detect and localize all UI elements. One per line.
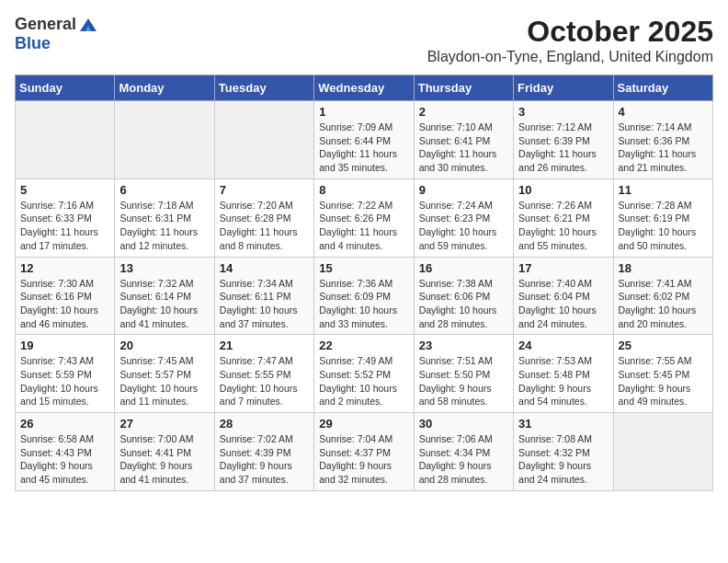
calendar-cell: 23Sunrise: 7:51 AM Sunset: 5:50 PM Dayli… <box>414 335 513 413</box>
calendar-cell: 10Sunrise: 7:26 AM Sunset: 6:21 PM Dayli… <box>514 178 613 257</box>
day-info: Sunrise: 7:22 AM Sunset: 6:26 PM Dayligh… <box>319 199 408 253</box>
day-number: 24 <box>518 339 608 352</box>
day-number: 20 <box>119 339 209 352</box>
calendar-cell: 30Sunrise: 7:06 AM Sunset: 4:34 PM Dayli… <box>414 413 513 491</box>
weekday-header-sunday: Sunday <box>16 75 115 101</box>
day-info: Sunrise: 7:04 AM Sunset: 4:37 PM Dayligh… <box>319 432 408 487</box>
calendar-cell: 15Sunrise: 7:36 AM Sunset: 6:09 PM Dayli… <box>314 257 414 335</box>
calendar-cell: 25Sunrise: 7:55 AM Sunset: 5:45 PM Dayli… <box>613 335 712 413</box>
calendar-cell: 24Sunrise: 7:53 AM Sunset: 5:48 PM Dayli… <box>514 335 613 413</box>
calendar-cell: 18Sunrise: 7:41 AM Sunset: 6:02 PM Dayli… <box>613 257 712 335</box>
calendar-cell: 12Sunrise: 7:30 AM Sunset: 6:16 PM Dayli… <box>16 257 115 335</box>
day-number: 6 <box>119 183 209 197</box>
day-info: Sunrise: 7:08 AM Sunset: 4:32 PM Dayligh… <box>518 432 608 487</box>
weekday-header-saturday: Saturday <box>613 75 712 101</box>
calendar-cell: 22Sunrise: 7:49 AM Sunset: 5:52 PM Dayli… <box>314 335 414 413</box>
day-number: 7 <box>220 183 309 197</box>
day-number: 26 <box>20 417 109 431</box>
calendar-cell: 6Sunrise: 7:18 AM Sunset: 6:31 PM Daylig… <box>115 178 214 257</box>
calendar-cell: 3Sunrise: 7:12 AM Sunset: 6:39 PM Daylig… <box>514 101 613 179</box>
calendar-cell: 31Sunrise: 7:08 AM Sunset: 4:32 PM Dayli… <box>514 413 613 491</box>
weekday-header-monday: Monday <box>115 75 214 101</box>
day-info: Sunrise: 7:10 AM Sunset: 6:41 PM Dayligh… <box>419 121 508 175</box>
page-header: General Blue October 2025 Blaydon-on-Tyn… <box>15 15 713 65</box>
calendar-cell: 26Sunrise: 6:58 AM Sunset: 4:43 PM Dayli… <box>16 413 115 491</box>
day-info: Sunrise: 7:24 AM Sunset: 6:23 PM Dayligh… <box>419 199 508 253</box>
day-number: 9 <box>419 183 508 197</box>
day-info: Sunrise: 7:28 AM Sunset: 6:19 PM Dayligh… <box>619 199 708 253</box>
day-info: Sunrise: 7:45 AM Sunset: 5:57 PM Dayligh… <box>119 354 209 408</box>
day-info: Sunrise: 7:43 AM Sunset: 5:59 PM Dayligh… <box>20 354 109 408</box>
day-number: 3 <box>518 105 608 119</box>
calendar-cell: 19Sunrise: 7:43 AM Sunset: 5:59 PM Dayli… <box>16 335 115 413</box>
day-info: Sunrise: 7:34 AM Sunset: 6:11 PM Dayligh… <box>220 277 309 331</box>
logo-icon <box>78 17 98 33</box>
day-number: 29 <box>319 417 408 431</box>
calendar-cell <box>613 413 712 491</box>
day-info: Sunrise: 6:58 AM Sunset: 4:43 PM Dayligh… <box>20 432 109 487</box>
day-number: 17 <box>518 261 608 275</box>
day-info: Sunrise: 7:51 AM Sunset: 5:50 PM Dayligh… <box>419 354 508 408</box>
calendar-cell: 8Sunrise: 7:22 AM Sunset: 6:26 PM Daylig… <box>314 178 414 257</box>
weekday-header-wednesday: Wednesday <box>314 75 414 101</box>
month-title: October 2025 <box>427 15 713 49</box>
day-number: 18 <box>619 261 708 275</box>
calendar-cell <box>115 101 214 179</box>
day-info: Sunrise: 7:53 AM Sunset: 5:48 PM Dayligh… <box>518 354 608 408</box>
day-info: Sunrise: 7:12 AM Sunset: 6:39 PM Dayligh… <box>518 121 608 175</box>
day-info: Sunrise: 7:47 AM Sunset: 5:55 PM Dayligh… <box>220 354 309 408</box>
day-info: Sunrise: 7:00 AM Sunset: 4:41 PM Dayligh… <box>119 432 209 487</box>
day-number: 21 <box>220 339 309 352</box>
day-info: Sunrise: 7:32 AM Sunset: 6:14 PM Dayligh… <box>119 277 209 331</box>
day-info: Sunrise: 7:06 AM Sunset: 4:34 PM Dayligh… <box>419 432 508 487</box>
day-info: Sunrise: 7:18 AM Sunset: 6:31 PM Dayligh… <box>119 199 209 253</box>
day-number: 11 <box>619 183 708 197</box>
calendar-week-5: 26Sunrise: 6:58 AM Sunset: 4:43 PM Dayli… <box>16 413 713 491</box>
logo: General Blue <box>15 15 98 53</box>
day-number: 4 <box>619 105 708 119</box>
calendar-cell: 29Sunrise: 7:04 AM Sunset: 4:37 PM Dayli… <box>314 413 414 491</box>
calendar-cell: 14Sunrise: 7:34 AM Sunset: 6:11 PM Dayli… <box>214 257 313 335</box>
calendar-cell: 4Sunrise: 7:14 AM Sunset: 6:36 PM Daylig… <box>613 101 712 179</box>
day-number: 14 <box>220 261 309 275</box>
calendar-cell: 7Sunrise: 7:20 AM Sunset: 6:28 PM Daylig… <box>214 178 313 257</box>
calendar-cell: 27Sunrise: 7:00 AM Sunset: 4:41 PM Dayli… <box>115 413 214 491</box>
calendar-cell: 13Sunrise: 7:32 AM Sunset: 6:14 PM Dayli… <box>115 257 214 335</box>
day-info: Sunrise: 7:36 AM Sunset: 6:09 PM Dayligh… <box>319 277 408 331</box>
calendar-cell: 5Sunrise: 7:16 AM Sunset: 6:33 PM Daylig… <box>16 178 115 257</box>
calendar-cell: 20Sunrise: 7:45 AM Sunset: 5:57 PM Dayli… <box>115 335 214 413</box>
day-number: 13 <box>119 261 209 275</box>
day-info: Sunrise: 7:02 AM Sunset: 4:39 PM Dayligh… <box>220 432 309 487</box>
day-info: Sunrise: 7:14 AM Sunset: 6:36 PM Dayligh… <box>619 121 708 175</box>
calendar-week-4: 19Sunrise: 7:43 AM Sunset: 5:59 PM Dayli… <box>16 335 713 413</box>
day-number: 25 <box>619 339 708 352</box>
day-number: 12 <box>20 261 109 275</box>
calendar-cell: 2Sunrise: 7:10 AM Sunset: 6:41 PM Daylig… <box>414 101 513 179</box>
day-number: 30 <box>419 417 508 431</box>
calendar-week-2: 5Sunrise: 7:16 AM Sunset: 6:33 PM Daylig… <box>16 178 713 257</box>
day-number: 19 <box>20 339 109 352</box>
day-number: 10 <box>518 183 608 197</box>
day-info: Sunrise: 7:20 AM Sunset: 6:28 PM Dayligh… <box>220 199 309 253</box>
calendar-cell <box>16 101 115 179</box>
calendar-cell: 9Sunrise: 7:24 AM Sunset: 6:23 PM Daylig… <box>414 178 513 257</box>
day-number: 23 <box>419 339 508 352</box>
calendar-cell: 17Sunrise: 7:40 AM Sunset: 6:04 PM Dayli… <box>514 257 613 335</box>
day-number: 2 <box>419 105 508 119</box>
day-number: 27 <box>119 417 209 431</box>
logo-blue-text: Blue <box>15 34 51 52</box>
day-number: 28 <box>220 417 309 431</box>
logo-general-text: General <box>15 15 76 34</box>
day-number: 8 <box>319 183 408 197</box>
weekday-header-friday: Friday <box>514 75 613 101</box>
day-info: Sunrise: 7:30 AM Sunset: 6:16 PM Dayligh… <box>20 277 109 331</box>
location-text: Blaydon-on-Tyne, England, United Kingdom <box>427 49 713 65</box>
calendar-cell: 11Sunrise: 7:28 AM Sunset: 6:19 PM Dayli… <box>613 178 712 257</box>
day-info: Sunrise: 7:41 AM Sunset: 6:02 PM Dayligh… <box>619 277 708 331</box>
calendar-week-3: 12Sunrise: 7:30 AM Sunset: 6:16 PM Dayli… <box>16 257 713 335</box>
day-info: Sunrise: 7:26 AM Sunset: 6:21 PM Dayligh… <box>518 199 608 253</box>
calendar-week-1: 1Sunrise: 7:09 AM Sunset: 6:44 PM Daylig… <box>16 101 713 179</box>
weekday-header-tuesday: Tuesday <box>214 75 313 101</box>
calendar-cell: 28Sunrise: 7:02 AM Sunset: 4:39 PM Dayli… <box>214 413 313 491</box>
weekday-header-thursday: Thursday <box>414 75 513 101</box>
